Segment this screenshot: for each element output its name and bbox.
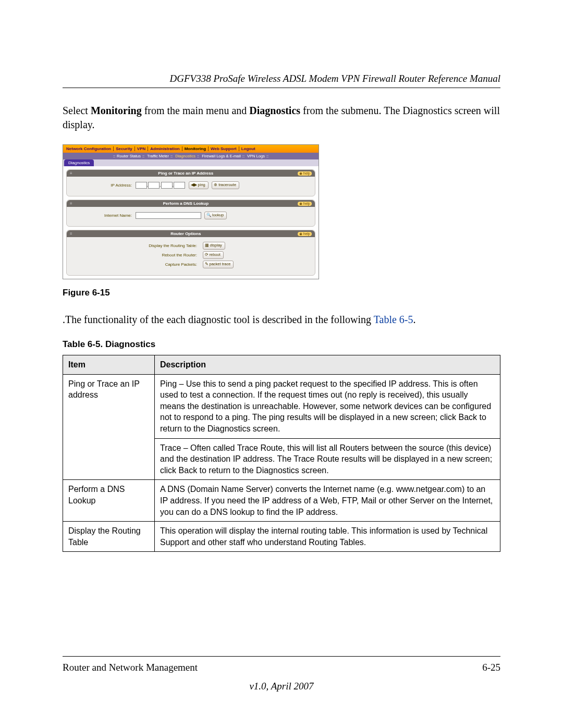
submenu-bar: ::Router Status:: Traffic Meter:: Diagno… <box>63 153 319 159</box>
cell-item: Perform a DNS Lookup <box>63 480 155 522</box>
page-footer: Router and Network Management 6-25 v1.0,… <box>63 656 500 692</box>
panel-title: Perform a DNS Lookup <box>163 201 209 206</box>
nav-network-configuration[interactable]: Network Configuration <box>64 146 113 151</box>
nav-monitoring[interactable]: Monitoring <box>182 146 208 151</box>
running-head: DGFV338 ProSafe Wireless ADSL Modem VPN … <box>63 73 500 88</box>
text: from the main menu and <box>142 105 250 116</box>
capture-icon: ✎ <box>205 262 209 266</box>
subnav-traffic-meter[interactable]: Traffic Meter <box>145 154 170 158</box>
table-link[interactable]: Table 6-5 <box>374 314 413 325</box>
help-link[interactable]: ◉ help <box>298 202 312 206</box>
bold-monitoring: Monitoring <box>91 105 142 116</box>
traceroute-icon: ⊕ <box>214 182 217 187</box>
ip-octet-3[interactable] <box>161 182 173 189</box>
cell-item: Display the Routing Table <box>63 522 155 552</box>
panel-title: Ping or Trace an IP Address <box>158 171 213 176</box>
diagnostics-screenshot: Network Configuration Security VPN Admin… <box>63 144 319 279</box>
help-link[interactable]: ◉ help <box>298 232 312 236</box>
subnav-diagnostics[interactable]: Diagnostics <box>174 154 197 158</box>
traceroute-button[interactable]: ⊕traceroute <box>212 181 239 189</box>
internet-name-input[interactable] <box>136 212 201 219</box>
ping-icon: ◀▶ <box>191 182 197 187</box>
capture-label: Capture Packets: <box>72 262 197 267</box>
panel-title: Router Options <box>170 231 201 236</box>
footer-version: v1.0, April 2007 <box>63 681 500 692</box>
ip-octet-4[interactable] <box>174 182 185 189</box>
subnav-firewall-logs[interactable]: Firewall Logs & E-mail <box>200 154 242 158</box>
reboot-button[interactable]: ⟳reboot <box>203 251 224 259</box>
table-icon: ▦ <box>205 243 209 248</box>
table-caption: Table 6-5. Diagnostics <box>63 339 500 350</box>
power-icon: ⟳ <box>205 252 209 257</box>
th-item: Item <box>63 355 155 375</box>
ping-button[interactable]: ◀▶ping <box>189 181 209 189</box>
nav-vpn[interactable]: VPN <box>134 146 148 151</box>
main-menu-bar: Network Configuration Security VPN Admin… <box>63 145 319 153</box>
subnav-vpn-logs[interactable]: VPN Logs <box>246 154 266 158</box>
cell-desc: This operation will display the internal… <box>155 522 500 552</box>
diagnostics-table: Item Description Ping or Trace an IP add… <box>63 355 500 552</box>
text: . <box>413 314 416 325</box>
cell-item: Ping or Trace an IP address <box>63 374 155 480</box>
functionality-paragraph: .The functionality of the each diagnosti… <box>63 313 500 327</box>
th-description: Description <box>155 355 500 375</box>
cell-desc: Trace – Often called Trace Route, this w… <box>155 438 500 480</box>
panel-router-options: Router Options ◉ help Display the Routin… <box>66 230 315 276</box>
text: .The functionality of the each diagnosti… <box>63 314 374 325</box>
cell-desc: A DNS (Domain Name Server) converts the … <box>155 480 500 522</box>
nav-administration[interactable]: Administration <box>148 146 181 151</box>
bold-diagnostics: Diagnostics <box>249 105 300 116</box>
intro-paragraph: Select Monitoring from the main menu and… <box>63 104 500 132</box>
nav-logout[interactable]: Logout <box>239 146 258 151</box>
internet-name-label: Internet Name: <box>72 213 132 218</box>
footer-section: Router and Network Management <box>63 662 198 673</box>
panel-ping-trace: Ping or Trace an IP Address ◉ help IP Ad… <box>66 169 315 196</box>
reboot-label: Reboot the Router: <box>72 253 197 257</box>
display-button[interactable]: ▦display <box>203 242 225 250</box>
text: Select <box>63 105 91 116</box>
tab-diagnostics[interactable]: Diagnostics <box>64 159 94 166</box>
ip-address-label: IP Address: <box>72 183 132 188</box>
cell-desc: Ping – Use this to send a ping packet re… <box>155 374 500 438</box>
footer-page-number: 6-25 <box>482 662 500 673</box>
routing-table-label: Display the Routing Table: <box>72 243 197 248</box>
nav-security[interactable]: Security <box>113 146 134 151</box>
packet-trace-button[interactable]: ✎packet trace <box>203 261 234 268</box>
figure-caption: Figure 6-15 <box>63 288 500 298</box>
nav-web-support[interactable]: Web Support <box>208 146 239 151</box>
ip-octet-1[interactable] <box>136 182 147 189</box>
panel-dns-lookup: Perform a DNS Lookup ◉ help Internet Nam… <box>66 200 315 227</box>
lookup-button[interactable]: 🔍lookup <box>204 212 227 219</box>
subnav-router-status[interactable]: Router Status <box>115 154 142 158</box>
ip-octet-2[interactable] <box>148 182 160 189</box>
help-link[interactable]: ◉ help <box>298 171 312 176</box>
search-icon: 🔍 <box>206 213 211 217</box>
